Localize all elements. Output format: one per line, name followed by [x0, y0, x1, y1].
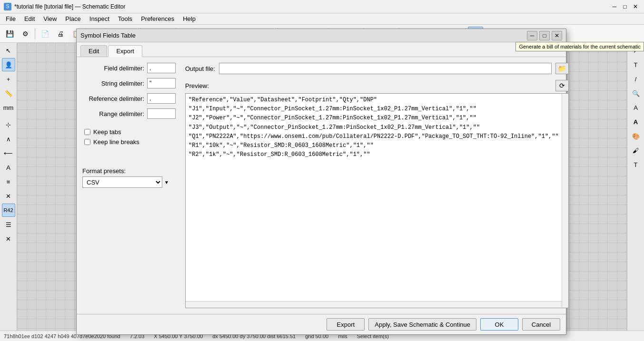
menu-help[interactable]: Help — [179, 14, 199, 23]
side-fields-btn[interactable]: ☰ — [2, 218, 15, 231]
title-bar-left: S *tutorial file [tutorial file] — Schem… — [4, 3, 125, 10]
format-select-arrow: ▼ — [164, 180, 169, 185]
right-text-btn[interactable]: T — [629, 58, 643, 71]
right-bold-btn[interactable]: A — [629, 115, 643, 128]
reference-delimiter-label: Reference delimiter: — [82, 95, 144, 102]
toolbar-settings-btn[interactable]: ⚙ — [18, 27, 33, 41]
title-bar-controls: ─ □ ✕ — [610, 2, 640, 11]
menu-edit[interactable]: Edit — [20, 14, 39, 23]
right-font-btn[interactable]: A — [629, 101, 643, 114]
menu-bar: File Edit View Place Inspect Tools Prefe… — [0, 13, 644, 25]
side-label-btn[interactable]: A — [2, 161, 15, 174]
right-sidebar: ↗ T / 🔍 A A 🎨 🖌 T — [627, 43, 644, 331]
app-icon: S — [4, 3, 11, 10]
preview-label: Preview: — [185, 82, 209, 89]
minimize-button[interactable]: ─ — [610, 2, 619, 11]
preview-area[interactable]: "Reference","Value","Datasheet","Footpri… — [185, 93, 569, 308]
close-button[interactable]: ✕ — [631, 2, 640, 11]
output-file-label: Output file: — [185, 65, 215, 72]
output-file-input[interactable] — [219, 63, 552, 74]
dialog-close-btn[interactable]: ✕ — [552, 31, 562, 40]
keep-tabs-row: Keep tabs — [82, 128, 178, 136]
field-delimiter-row: Field delimiter: — [82, 63, 178, 73]
format-presets-select[interactable]: CSV TSV Custom — [82, 176, 162, 188]
string-delimiter-label: String delimiter: — [82, 80, 144, 87]
keep-tabs-label: Keep tabs — [93, 128, 121, 136]
window-title: *tutorial file [tutorial file] — Schemat… — [14, 3, 125, 10]
toolbar-save-btn[interactable]: 💾 — [2, 27, 17, 41]
left-sidebar: ↖ 👤 + 📏 mm ⊹ ∧ ⟵ A ≡ ✕ R42 ☰ ✕ — [0, 43, 17, 331]
side-wire-btn[interactable]: ∧ — [2, 132, 15, 146]
format-presets-section: Format presets: CSV TSV Custom ▼ — [82, 167, 178, 188]
toolbar-sep-1 — [35, 28, 35, 39]
side-select-btn[interactable]: ⊹ — [2, 118, 15, 131]
preview-scrollbar-vertical[interactable] — [562, 94, 568, 308]
menu-view[interactable]: View — [40, 14, 60, 23]
format-presets-label: Format presets: — [82, 167, 178, 175]
side-unit-btn[interactable]: mm — [2, 101, 15, 114]
tab-export[interactable]: Export — [108, 45, 142, 57]
apply-save-button[interactable]: Apply, Save Schematic & Continue — [368, 318, 476, 331]
preview-content: "Reference","Value","Datasheet","Footpri… — [188, 96, 565, 166]
string-delimiter-input[interactable] — [147, 78, 176, 88]
menu-tools[interactable]: Tools — [114, 14, 136, 23]
menu-file[interactable]: File — [2, 14, 20, 23]
dialog-title-bar: Symbol Fields Table ─ □ ✕ — [77, 29, 566, 42]
field-delimiter-label: Field delimiter: — [82, 65, 144, 72]
toolbar-new-btn[interactable]: 📄 — [37, 27, 52, 41]
menu-place[interactable]: Place — [61, 14, 85, 23]
toolbar-print-btn[interactable]: 🖨 — [53, 27, 68, 41]
dialog-left-panel: Field delimiter: String delimiter: Refer… — [82, 63, 178, 308]
refresh-preview-button[interactable]: ⟳ — [555, 80, 569, 91]
side-ruler-btn[interactable]: 📏 — [2, 87, 15, 100]
keep-linebreaks-label: Keep line breaks — [93, 138, 139, 146]
range-delimiter-label: Range delimiter: — [82, 110, 144, 117]
preview-row: Preview: ⟳ — [185, 80, 569, 91]
right-zoom-btn[interactable]: 🔍 — [629, 87, 643, 100]
dialog-maximize-btn[interactable]: □ — [539, 31, 550, 40]
dialog-footer: Export Apply, Save Schematic & Continue … — [77, 314, 566, 334]
ok-button[interactable]: OK — [480, 318, 518, 331]
dialog-title: Symbol Fields Table — [80, 32, 136, 39]
dialog-body: Field delimiter: String delimiter: Refer… — [77, 57, 566, 314]
title-bar: S *tutorial file [tutorial file] — Schem… — [0, 0, 644, 13]
export-button[interactable]: Export — [327, 318, 365, 331]
side-net-btn[interactable]: ⟵ — [2, 146, 15, 160]
preview-scrollbar-horizontal[interactable] — [186, 301, 562, 308]
dialog-minimize-btn[interactable]: ─ — [527, 31, 537, 40]
right-color-btn[interactable]: 🎨 — [629, 129, 643, 143]
side-annotate-btn[interactable]: R42 — [2, 204, 15, 217]
side-bus-btn[interactable]: ≡ — [2, 175, 15, 188]
menu-inspect[interactable]: Inspect — [86, 14, 113, 23]
side-tools-btn[interactable]: ✕ — [2, 232, 15, 245]
side-arrow-btn[interactable]: ↖ — [2, 44, 15, 57]
dialog-right-panel: Output file: 📁 Preview: ⟳ "Reference","V… — [185, 63, 569, 308]
side-cross-btn[interactable]: ✕ — [2, 189, 15, 203]
reference-delimiter-input[interactable] — [147, 93, 176, 104]
range-delimiter-row: Range delimiter: — [82, 108, 178, 119]
side-add-btn[interactable]: + — [2, 72, 15, 86]
keep-linebreaks-row: Keep line breaks — [82, 138, 178, 146]
maximize-button[interactable]: □ — [620, 2, 630, 11]
output-file-row: Output file: 📁 — [185, 63, 569, 74]
keep-tabs-checkbox[interactable] — [84, 129, 90, 135]
range-delimiter-input[interactable] — [147, 108, 176, 119]
symbol-fields-table-dialog: Symbol Fields Table ─ □ ✕ Edit Export Fi… — [76, 29, 566, 335]
dialog-title-controls: ─ □ ✕ — [527, 31, 562, 40]
keep-linebreaks-checkbox[interactable] — [84, 139, 90, 145]
field-delimiter-input[interactable] — [147, 63, 176, 73]
tab-edit[interactable]: Edit — [80, 45, 107, 57]
side-component-btn[interactable]: 👤 — [2, 58, 15, 71]
menu-preferences[interactable]: Preferences — [137, 14, 178, 23]
right-text2-btn[interactable]: T — [629, 158, 643, 171]
browse-button[interactable]: 📁 — [555, 63, 569, 74]
right-bg-btn[interactable]: 🖌 — [629, 144, 643, 157]
reference-delimiter-row: Reference delimiter: — [82, 93, 178, 104]
right-line-btn[interactable]: / — [629, 72, 643, 86]
toolbar-tooltip: Generate a bill of materials for the cur… — [515, 42, 644, 51]
cancel-button[interactable]: Cancel — [522, 318, 560, 331]
dialog-tabs: Edit Export — [77, 42, 566, 57]
string-delimiter-row: String delimiter: — [82, 78, 178, 88]
